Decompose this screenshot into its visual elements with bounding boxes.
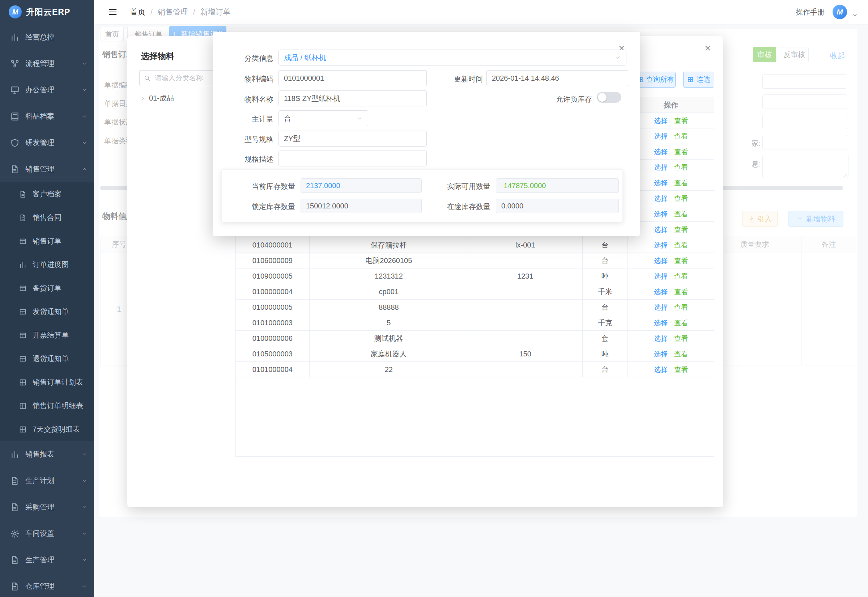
chevron-down-icon <box>81 478 87 484</box>
select-link[interactable]: 选择 <box>654 226 668 233</box>
grid-icon <box>19 379 27 386</box>
sidebar-subitem[interactable]: 退货通知单 <box>0 347 94 370</box>
sidebar-item[interactable]: 流程管理 <box>0 50 94 77</box>
sidebar-item[interactable]: 车间设置 <box>0 520 94 547</box>
view-link[interactable]: 查看 <box>674 179 688 187</box>
unit-select[interactable]: 台 <box>278 110 368 126</box>
view-link[interactable]: 查看 <box>674 132 688 140</box>
chevron-down-icon <box>81 61 87 67</box>
view-link[interactable]: 查看 <box>674 335 688 342</box>
updated-label: 更新时间 <box>432 74 483 84</box>
chevron-down-icon <box>81 166 87 172</box>
sidebar-subitem[interactable]: 备货订单 <box>0 276 94 300</box>
spec-label: 规格描述 <box>223 154 273 164</box>
model-input[interactable] <box>278 131 427 147</box>
sidebar-item[interactable]: 经营总控 <box>0 24 94 50</box>
close-icon[interactable]: × <box>705 43 711 53</box>
select-link[interactable]: 选择 <box>654 288 668 296</box>
table-icon <box>19 238 27 245</box>
material-code-input[interactable] <box>278 70 427 86</box>
app-logo: M 升阳云ERP <box>0 0 94 24</box>
breadcrumb-item[interactable]: 首页 <box>130 7 145 17</box>
sidebar-subitem[interactable]: 订单进度图 <box>0 253 94 276</box>
view-link[interactable]: 查看 <box>674 257 688 264</box>
sidebar-collapse-icon[interactable] <box>108 7 118 17</box>
select-link[interactable]: 选择 <box>654 335 668 342</box>
view-link[interactable]: 查看 <box>674 288 688 296</box>
sidebar-item[interactable]: 采购管理 <box>0 494 94 520</box>
sidebar-subitem[interactable]: 销售合同 <box>0 206 94 229</box>
select-link[interactable]: 选择 <box>654 195 668 202</box>
multi-select-button[interactable]: 连选 <box>683 72 714 88</box>
chevron-down-icon[interactable] <box>852 12 858 18</box>
sidebar: M 升阳云ERP 经营总控流程管理办公管理料品档案研发管理销售管理客户档案销售合… <box>0 0 94 597</box>
sidebar-item-label: 流程管理 <box>25 59 81 68</box>
select-link[interactable]: 选择 <box>654 319 668 327</box>
select-link[interactable]: 选择 <box>654 304 668 311</box>
select-link[interactable]: 选择 <box>654 350 668 358</box>
transit-stock-input[interactable] <box>496 199 619 213</box>
select-link[interactable]: 选择 <box>654 257 668 264</box>
view-link[interactable]: 查看 <box>674 319 688 327</box>
available-stock-input[interactable] <box>496 178 619 193</box>
select-link[interactable]: 选择 <box>654 272 668 280</box>
spec-input[interactable] <box>278 150 427 166</box>
category-select[interactable]: 成品 / 纸杯机 <box>278 50 627 65</box>
select-link[interactable]: 选择 <box>654 117 668 125</box>
material-name-cell: cp001 <box>310 284 468 300</box>
sidebar-item[interactable]: 研发管理 <box>0 129 94 156</box>
sidebar-item[interactable]: 销售管理 <box>0 156 94 183</box>
view-link[interactable]: 查看 <box>674 195 688 202</box>
select-link[interactable]: 选择 <box>654 241 668 249</box>
select-link[interactable]: 选择 <box>654 210 668 218</box>
category-tree-node[interactable]: 01-成品 <box>139 94 174 103</box>
select-link[interactable]: 选择 <box>654 163 668 171</box>
view-link[interactable]: 查看 <box>674 366 688 373</box>
sidebar-subitem[interactable]: 销售订单 <box>0 229 94 253</box>
sidebar-item[interactable]: 料品档案 <box>0 103 94 129</box>
select-link[interactable]: 选择 <box>654 366 668 373</box>
view-link[interactable]: 查看 <box>674 304 688 311</box>
sidebar-item[interactable]: 办公管理 <box>0 77 94 103</box>
breadcrumb-item[interactable]: 新增订单 <box>200 7 231 17</box>
query-all-button[interactable]: 查询所有 <box>635 72 675 88</box>
view-link[interactable]: 查看 <box>674 210 688 218</box>
updated-time-input[interactable] <box>486 70 628 86</box>
material-op-cell: 选择查看 <box>628 284 714 300</box>
view-link[interactable]: 查看 <box>674 272 688 280</box>
sidebar-subitem[interactable]: 销售订单明细表 <box>0 394 94 417</box>
sidebar-subitem[interactable]: 销售订单计划表 <box>0 370 94 394</box>
negative-stock-toggle[interactable] <box>597 92 621 103</box>
locked-stock-label: 锁定库存数量 <box>234 202 295 212</box>
current-stock-input[interactable] <box>301 178 422 193</box>
view-link[interactable]: 查看 <box>674 163 688 171</box>
view-link[interactable]: 查看 <box>674 350 688 358</box>
avatar[interactable]: M <box>832 5 847 19</box>
manual-link[interactable]: 操作手册 <box>795 7 825 17</box>
sidebar-item[interactable]: 销售报表 <box>0 441 94 468</box>
sidebar-item-label: 研发管理 <box>25 138 81 148</box>
view-link[interactable]: 查看 <box>674 226 688 233</box>
view-link[interactable]: 查看 <box>674 148 688 156</box>
sidebar-item[interactable]: 生产计划 <box>0 468 94 494</box>
sidebar-subitem[interactable]: 客户档案 <box>0 183 94 206</box>
transit-stock-label: 在途库存数量 <box>429 202 490 212</box>
select-link[interactable]: 选择 <box>654 132 668 140</box>
sidebar-submenu: 客户档案销售合同销售订单订单进度图备货订单发货通知单开票结算单退货通知单销售订单… <box>0 183 94 441</box>
select-link[interactable]: 选择 <box>654 179 668 187</box>
material-row: 0100000006测试机器套选择查看 <box>236 331 714 346</box>
sidebar-item[interactable]: 仓库管理 <box>0 573 94 597</box>
sidebar-item-label: 经营总控 <box>25 32 87 42</box>
sidebar-subitem[interactable]: 开票结算单 <box>0 324 94 347</box>
dialog-title: 选择物料 <box>141 50 174 62</box>
sidebar-subitem[interactable]: 发货通知单 <box>0 300 94 324</box>
material-name-input[interactable] <box>278 91 427 106</box>
locked-stock-input[interactable] <box>301 199 422 213</box>
material-op-cell: 选择查看 <box>628 128 714 144</box>
sidebar-item[interactable]: 生产管理 <box>0 547 94 573</box>
select-link[interactable]: 选择 <box>654 148 668 156</box>
view-link[interactable]: 查看 <box>674 117 688 125</box>
sidebar-subitem[interactable]: 7天交货明细表 <box>0 417 94 441</box>
breadcrumb-item[interactable]: 销售管理 <box>158 7 188 17</box>
view-link[interactable]: 查看 <box>674 241 688 249</box>
